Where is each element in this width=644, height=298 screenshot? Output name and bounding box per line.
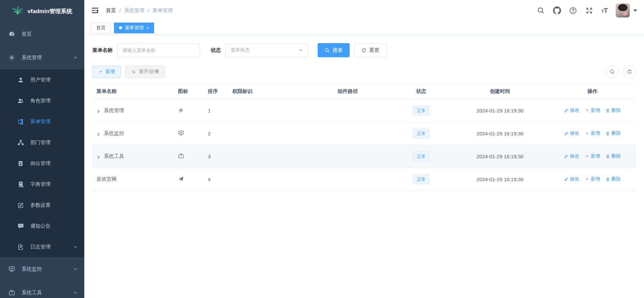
tab-close-icon[interactable]: ×	[146, 25, 149, 30]
sidebar-fold-icon[interactable]	[91, 6, 100, 15]
breadcrumb-home[interactable]: 首页	[106, 7, 116, 14]
breadcrumb-system[interactable]: 系统管理	[124, 7, 144, 14]
sidebar-item-monitor[interactable]: 系统监控	[0, 257, 84, 281]
status-badge: 正常	[413, 106, 430, 115]
show-search-toggle-icon[interactable]	[606, 65, 618, 78]
font-size-icon[interactable]: TT	[602, 7, 608, 14]
table-row: 系统监控 2 正常 2024-01-29 16:19:30 修改 ＋新增 删除	[92, 122, 636, 145]
created-time: 2024-01-29 16:19:30	[451, 168, 549, 191]
sidebar-item-label: 首页	[22, 31, 32, 37]
sidebar-item-menus[interactable]: 菜单管理	[0, 111, 84, 132]
user-icon	[17, 76, 24, 84]
sidebar: vfadmin管理系统 首页	[0, 0, 84, 298]
menu-name: 若依官网	[96, 176, 117, 183]
menu-name: 系统监控	[104, 130, 124, 137]
table-header-row: 菜单名称 图标 排序 权限标识 组件路径 状态 创建时间 操作	[92, 84, 636, 99]
sidebar-item-home[interactable]: 首页	[0, 22, 84, 46]
menu-name-input[interactable]	[117, 43, 200, 57]
log-edit-icon	[17, 243, 24, 251]
delete-link[interactable]: 删除	[606, 107, 621, 113]
status-label: 状态	[211, 47, 221, 54]
menu-component	[304, 99, 391, 122]
plus-icon: ＋	[585, 153, 589, 159]
edit-link[interactable]: 修改	[564, 153, 579, 159]
delete-link[interactable]: 删除	[606, 130, 621, 136]
user-menu[interactable]	[616, 3, 637, 18]
gear-icon	[178, 107, 184, 113]
add-child-link[interactable]: ＋新增	[585, 107, 600, 113]
search-button-label: 搜索	[332, 47, 343, 54]
github-icon[interactable]	[553, 6, 561, 14]
send-icon	[178, 176, 184, 182]
edit-link[interactable]: 修改	[564, 130, 579, 136]
menu-component	[304, 122, 391, 145]
dashboard-icon	[8, 30, 16, 38]
search-button[interactable]: 搜索	[318, 43, 350, 57]
toolbar-right	[606, 65, 636, 78]
menu-order: 4	[204, 168, 228, 191]
tab-menu-management[interactable]: 菜单管理 ×	[114, 23, 154, 33]
breadcrumb-separator: /	[148, 8, 149, 13]
search-form: 菜单名称 状态 菜单状态 搜索 重置	[92, 43, 636, 57]
sidebar-item-config[interactable]: 参数设置	[0, 195, 84, 216]
plus-icon: ＋	[585, 130, 589, 136]
delete-link[interactable]: 删除	[606, 176, 621, 182]
sidebar-item-users[interactable]: 用户管理	[0, 69, 84, 90]
tags-view-bar: 首页 菜单管理 ×	[84, 21, 644, 35]
edit-link[interactable]: 修改	[564, 107, 579, 113]
avatar[interactable]	[616, 3, 630, 18]
page-content: 菜单名称 状态 菜单状态 搜索 重置	[84, 35, 644, 298]
sidebar-item-roles[interactable]: 角色管理	[0, 90, 84, 111]
sidebar-item-notices[interactable]: 通知公告	[0, 216, 84, 236]
search-icon[interactable]	[537, 6, 545, 14]
expand-row-icon[interactable]	[96, 109, 100, 113]
reset-button[interactable]: 重置	[354, 43, 386, 57]
help-icon[interactable]	[569, 6, 577, 14]
add-child-link[interactable]: ＋新增	[585, 130, 600, 136]
menu-name: 系统工具	[104, 153, 124, 160]
sidebar-item-posts[interactable]: 岗位管理	[0, 153, 84, 174]
status-badge: 正常	[413, 129, 430, 138]
expand-row-icon[interactable]	[96, 132, 100, 136]
expand-row-icon[interactable]	[96, 155, 100, 159]
sidebar-item-dicts[interactable]: 字典管理	[0, 174, 84, 195]
status-select[interactable]: 菜单状态	[226, 43, 308, 57]
menu-order: 3	[204, 145, 228, 168]
sidebar-item-label: 系统监控	[22, 266, 42, 272]
table-row: 系统工具 3 正常 2024-01-29 16:19:30 修改 ＋新增 删除	[92, 145, 636, 168]
sidebar-item-logs[interactable]: 日志管理	[0, 236, 84, 257]
app-logo[interactable]: vfadmin管理系统	[0, 0, 84, 22]
menu-tree-icon	[17, 118, 24, 125]
refresh-icon[interactable]	[623, 65, 636, 78]
fullscreen-icon[interactable]	[585, 6, 593, 14]
monitor-icon	[178, 130, 184, 136]
sidebar-item-tools[interactable]: 系统工具	[0, 281, 84, 298]
breadcrumb-current: 菜单管理	[152, 7, 173, 14]
tab-home[interactable]: 首页	[91, 23, 111, 33]
edit-link[interactable]: 修改	[564, 176, 579, 182]
top-navbar: 首页 / 系统管理 / 菜单管理 TT	[84, 0, 644, 21]
add-button[interactable]: ＋ 新增	[92, 66, 121, 78]
expand-collapse-button[interactable]: 展开/折叠	[125, 66, 165, 78]
delete-link[interactable]: 删除	[606, 153, 621, 159]
col-created: 创建时间	[451, 84, 549, 99]
menu-table: 菜单名称 图标 排序 权限标识 组件路径 状态 创建时间 操作	[92, 84, 636, 191]
tab-label: 首页	[96, 25, 106, 31]
sidebar-item-label: 部门管理	[30, 139, 51, 146]
add-child-link[interactable]: ＋新增	[585, 176, 600, 182]
sidebar-item-label: 参数设置	[30, 202, 51, 208]
chevron-down-icon	[74, 291, 78, 295]
status-select-placeholder: 菜单状态	[231, 47, 250, 53]
toolbox-icon	[178, 153, 184, 159]
menu-order: 2	[204, 122, 228, 145]
chevron-down-icon	[298, 48, 303, 53]
sidebar-item-label: 日志管理	[30, 244, 51, 250]
col-perms: 权限标识	[228, 84, 304, 99]
sidebar-item-system[interactable]: 系统管理	[0, 46, 84, 69]
plant-logo-icon	[12, 6, 23, 16]
add-child-link[interactable]: ＋新增	[585, 153, 600, 159]
app-title: vfadmin管理系统	[27, 7, 72, 15]
chevron-up-icon	[74, 56, 78, 60]
sidebar-item-depts[interactable]: 部门管理	[0, 132, 84, 153]
menu-name-label: 菜单名称	[92, 47, 113, 54]
